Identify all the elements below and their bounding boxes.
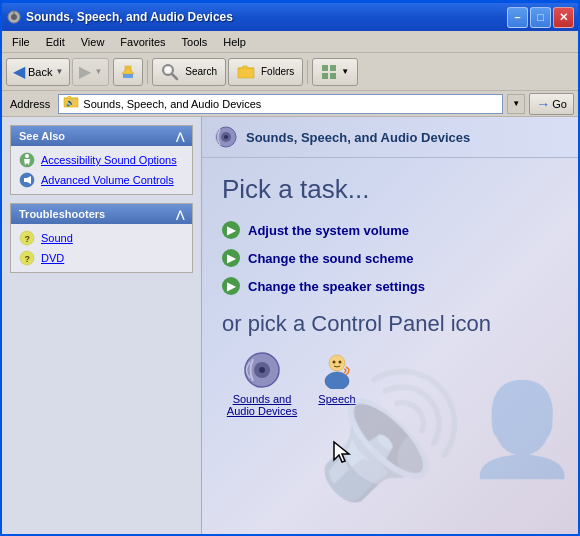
task-1-label: Adjust the system volume bbox=[248, 223, 409, 238]
troubleshooters-title: Troubleshooters bbox=[19, 208, 105, 220]
sound-troubleshoot-icon: ? bbox=[19, 230, 35, 246]
accessibility-link-label: Accessibility Sound Options bbox=[41, 154, 177, 166]
sidebar-link-volume[interactable]: Advanced Volume Controls bbox=[19, 172, 184, 188]
address-input-wrap[interactable]: 🔊 Sounds, Speech, and Audio Devices bbox=[58, 94, 503, 114]
back-button[interactable]: ◀ Back ▼ bbox=[6, 58, 70, 86]
or-section: or pick a Control Panel icon bbox=[222, 311, 558, 337]
sidebar: See Also ⋀ Accessibility Sound Options bbox=[2, 117, 202, 534]
svg-rect-10 bbox=[330, 65, 336, 71]
task-3-label: Change the speaker settings bbox=[248, 279, 425, 294]
toolbar-separator-2 bbox=[307, 60, 308, 84]
back-arrow-icon: ◀ bbox=[13, 62, 25, 81]
task-3[interactable]: ▶ Change the speaker settings bbox=[222, 277, 558, 295]
see-also-header[interactable]: See Also ⋀ bbox=[11, 126, 192, 146]
svg-text:🔊: 🔊 bbox=[66, 98, 75, 107]
task-3-arrow: ▶ bbox=[222, 277, 240, 295]
svg-point-15 bbox=[25, 154, 29, 158]
svg-rect-12 bbox=[330, 73, 336, 79]
folders-label: Folders bbox=[261, 66, 294, 77]
sidebar-link-dvd[interactable]: ? DVD bbox=[19, 250, 184, 266]
menu-view[interactable]: View bbox=[73, 34, 113, 50]
menu-favorites[interactable]: Favorites bbox=[112, 34, 173, 50]
go-button[interactable]: → Go bbox=[529, 93, 574, 115]
svg-rect-5 bbox=[123, 74, 133, 78]
views-button[interactable]: ▼ bbox=[312, 58, 358, 86]
troubleshooters-collapse-icon: ⋀ bbox=[176, 209, 184, 220]
menu-tools[interactable]: Tools bbox=[174, 34, 216, 50]
troubleshooters-header[interactable]: Troubleshooters ⋀ bbox=[11, 204, 192, 224]
svg-text:?: ? bbox=[25, 234, 31, 244]
menu-file[interactable]: File bbox=[4, 34, 38, 50]
sound-link-label: Sound bbox=[41, 232, 73, 244]
close-button[interactable]: ✕ bbox=[553, 7, 574, 28]
sidebar-link-accessibility[interactable]: Accessibility Sound Options bbox=[19, 152, 184, 168]
forward-dropdown-icon[interactable]: ▼ bbox=[94, 67, 102, 76]
troubleshooters-content: ? Sound ? DVD bbox=[11, 224, 192, 272]
see-also-section: See Also ⋀ Accessibility Sound Options bbox=[10, 125, 193, 195]
panel-header-icon bbox=[214, 125, 238, 149]
up-icon bbox=[120, 64, 136, 80]
main-panel: 🔊 👤 Sounds, Speech, and Audio Devices Pi… bbox=[202, 117, 578, 534]
see-also-collapse-icon: ⋀ bbox=[176, 131, 184, 142]
dvd-troubleshoot-icon: ? bbox=[19, 250, 35, 266]
main-window: Sounds, Speech, and Audio Devices – □ ✕ … bbox=[0, 0, 580, 536]
svg-point-8 bbox=[165, 67, 171, 73]
back-label: Back bbox=[28, 66, 52, 78]
maximize-button[interactable]: □ bbox=[530, 7, 551, 28]
task-1[interactable]: ▶ Adjust the system volume bbox=[222, 221, 558, 239]
back-dropdown-icon[interactable]: ▼ bbox=[55, 67, 63, 76]
search-icon bbox=[161, 63, 179, 81]
menu-edit[interactable]: Edit bbox=[38, 34, 73, 50]
task-1-arrow: ▶ bbox=[222, 221, 240, 239]
panel-body: Pick a task... ▶ Adjust the system volum… bbox=[202, 158, 578, 433]
svg-marker-4 bbox=[122, 67, 134, 74]
pick-task-title: Pick a task... bbox=[222, 174, 558, 205]
sidebar-link-sound[interactable]: ? Sound bbox=[19, 230, 184, 246]
forward-arrow-icon: ▶ bbox=[79, 62, 91, 81]
svg-rect-9 bbox=[322, 65, 328, 71]
troubleshooters-section: Troubleshooters ⋀ ? Sound ? bbox=[10, 203, 193, 273]
address-dropdown[interactable]: ▼ bbox=[507, 94, 525, 114]
minimize-button[interactable]: – bbox=[507, 7, 528, 28]
svg-rect-11 bbox=[322, 73, 328, 79]
see-also-title: See Also bbox=[19, 130, 65, 142]
svg-point-28 bbox=[259, 367, 265, 373]
titlebar: Sounds, Speech, and Audio Devices – □ ✕ bbox=[2, 3, 578, 31]
search-button[interactable]: Search bbox=[152, 58, 226, 86]
task-2[interactable]: ▶ Change the sound scheme bbox=[222, 249, 558, 267]
search-label: Search bbox=[185, 66, 217, 77]
cp-icon-sounds[interactable]: Sounds and Audio Devices bbox=[222, 351, 302, 417]
go-label: Go bbox=[552, 98, 567, 110]
menu-help[interactable]: Help bbox=[215, 34, 254, 50]
svg-line-7 bbox=[172, 74, 177, 79]
svg-marker-33 bbox=[334, 442, 349, 462]
sounds-audio-icon bbox=[243, 351, 281, 389]
svg-rect-17 bbox=[24, 178, 27, 182]
svg-text:?: ? bbox=[25, 254, 31, 264]
svg-point-30 bbox=[325, 372, 349, 389]
accessibility-icon bbox=[19, 152, 35, 168]
menubar: File Edit View Favorites Tools Help bbox=[2, 31, 578, 53]
svg-point-1 bbox=[11, 14, 17, 20]
forward-button[interactable]: ▶ ▼ bbox=[72, 58, 109, 86]
volume-icon bbox=[19, 172, 35, 188]
views-dropdown-icon: ▼ bbox=[341, 67, 349, 76]
cp-icon-speech[interactable]: Speech bbox=[318, 351, 356, 405]
address-label: Address bbox=[6, 98, 54, 110]
up-button[interactable] bbox=[113, 58, 143, 86]
svg-point-31 bbox=[333, 361, 336, 364]
titlebar-buttons: – □ ✕ bbox=[507, 7, 574, 28]
svg-rect-2 bbox=[13, 11, 15, 14]
or-label: or pick a Control Panel icon bbox=[222, 311, 491, 336]
sounds-audio-label: Sounds and Audio Devices bbox=[222, 393, 302, 417]
panel-header: Sounds, Speech, and Audio Devices bbox=[202, 117, 578, 158]
svg-point-32 bbox=[339, 361, 342, 364]
content-area: See Also ⋀ Accessibility Sound Options bbox=[2, 117, 578, 534]
address-folder-icon: 🔊 bbox=[63, 95, 79, 112]
folders-button[interactable]: Folders bbox=[228, 58, 303, 86]
speech-icon bbox=[318, 351, 356, 389]
addressbar: Address 🔊 Sounds, Speech, and Audio Devi… bbox=[2, 91, 578, 117]
panel-header-title: Sounds, Speech, and Audio Devices bbox=[246, 130, 470, 145]
window-icon bbox=[6, 9, 22, 25]
cp-icons: Sounds and Audio Devices bbox=[222, 351, 558, 417]
